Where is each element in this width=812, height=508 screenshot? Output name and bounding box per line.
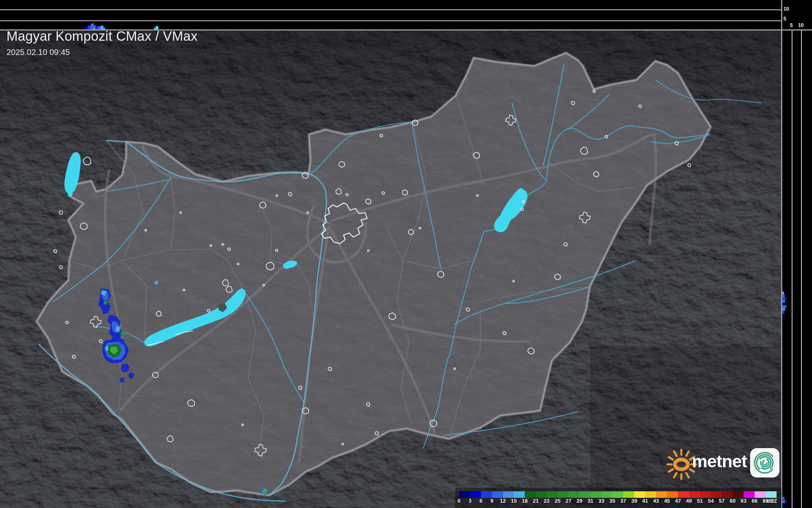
legend-value: 47 [672, 498, 683, 504]
legend-color-segment [602, 491, 613, 498]
legend-color-segment [623, 491, 634, 498]
legend-value: 54 [705, 498, 716, 504]
legend-value: 57 [716, 498, 727, 504]
legend-value: 6 [475, 498, 486, 504]
legend-color-segment [678, 491, 689, 498]
legend-unit: dBZ [767, 498, 777, 504]
legend-value: 18 [519, 498, 530, 504]
top-profile-axis-10km: 10 [784, 6, 789, 12]
legend-value: 45 [661, 498, 672, 504]
legend-color-segment [711, 491, 722, 498]
legend-color-bar [459, 491, 777, 498]
page-title: Magyar Kompozit CMax / VMax [7, 29, 197, 44]
metnet-logo: metnet [667, 443, 783, 484]
legend-value: 9 [486, 498, 497, 504]
legend-color-segment [689, 491, 700, 498]
radar-screen: Magyar Kompozit CMax / VMax 2025.02.10 0… [0, 0, 812, 508]
legend-value: 39 [629, 498, 640, 504]
legend-color-segment [547, 491, 558, 498]
brand-name: metnet [692, 451, 747, 471]
legend-value: 21 [530, 498, 541, 504]
legend-value: 43 [651, 498, 662, 504]
legend-value: 35 [607, 498, 618, 504]
legend-color-segment [656, 491, 667, 498]
legend-color-segment [733, 491, 744, 498]
map-area [0, 30, 781, 508]
legend-value: 27 [563, 498, 574, 504]
legend-color-segment [667, 491, 678, 498]
timestamp: 2025.02.10 09:45 [7, 48, 197, 57]
legend-color-segment [558, 491, 569, 498]
legend-color-segment [525, 491, 536, 498]
legend-value: 3 [464, 498, 475, 504]
legend-value: 60 [727, 498, 738, 504]
legend-color-segment [569, 491, 580, 498]
top-profile-axis-5km: 5 [784, 16, 786, 22]
legend-value: 66 [749, 498, 760, 504]
legend-value: 12 [497, 498, 508, 504]
legend-value-labels: 0369121518212325272931333537394143454749… [454, 498, 771, 504]
legend-value: 0 [454, 498, 465, 504]
legend-color-segment [481, 491, 492, 498]
legend-value: 29 [574, 498, 585, 504]
legend-value: 63 [738, 498, 749, 504]
legend-color-segment [744, 491, 755, 498]
legend-color-segment [722, 491, 733, 498]
legend-value: 25 [552, 498, 563, 504]
legend-color-segment [645, 491, 656, 498]
legend-color-segment [470, 491, 481, 498]
legend-color-segment [580, 491, 591, 498]
right-profile-axis-10km: 10 [798, 22, 803, 28]
legend-color-segment [634, 491, 645, 498]
legend-value: 49 [683, 498, 694, 504]
radar-map-svg [0, 0, 812, 508]
legend-color-segment [700, 491, 711, 498]
legend-color-segment [459, 491, 470, 498]
legend-color-segment [492, 491, 503, 498]
spiral-app-icon [750, 448, 779, 477]
legend-value: 51 [694, 498, 705, 504]
right-profile-strip [781, 0, 812, 508]
legend-value: 15 [508, 498, 519, 504]
legend-color-segment [536, 491, 547, 498]
legend-value: 23 [541, 498, 552, 504]
right-profile-axis-5km: 5 [790, 22, 793, 28]
legend-color-segment [514, 491, 525, 498]
legend-color-segment [503, 491, 514, 498]
legend-value: 41 [640, 498, 651, 504]
legend-color-segment [755, 491, 766, 498]
top-profile-strip [0, 0, 781, 30]
title-block: Magyar Kompozit CMax / VMax 2025.02.10 0… [7, 29, 197, 57]
echo-small-north [155, 281, 158, 284]
legend-value: 37 [618, 498, 629, 504]
legend-color-segment [766, 491, 777, 498]
legend-color-segment [612, 491, 623, 498]
legend-value: 33 [596, 498, 607, 504]
legend-value: 31 [585, 498, 596, 504]
legend-color-segment [591, 491, 602, 498]
